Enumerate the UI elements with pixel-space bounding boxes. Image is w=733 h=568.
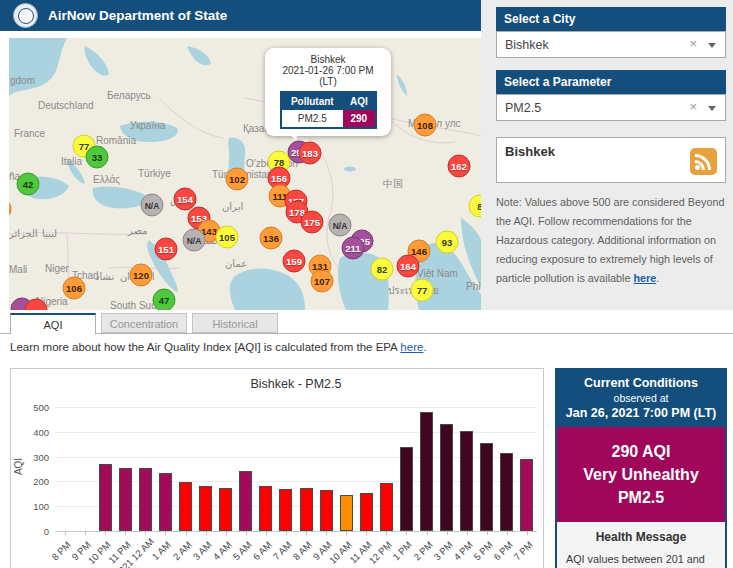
select-parameter-header: Select a Parameter (496, 70, 726, 94)
x-tick-mark (165, 531, 166, 535)
x-tick-mark (406, 531, 407, 535)
aqi-marker[interactable]: 82 (371, 258, 394, 281)
x-tick-mark (266, 531, 267, 535)
parameter-select-value: PM2.5 (505, 101, 541, 115)
aqi-marker[interactable]: 107 (311, 270, 334, 293)
select-city-header: Select a City (496, 7, 726, 31)
rss-icon[interactable] (690, 148, 717, 175)
aqi-marker[interactable]: 120 (130, 264, 153, 287)
y-tick-label: 400 (23, 427, 49, 438)
aqi-marker[interactable]: 106 (63, 277, 86, 300)
learn-more-here-link[interactable]: here (400, 341, 423, 353)
aqi-marker[interactable]: 108 (414, 114, 437, 137)
aqi-marker[interactable]: N/A (329, 214, 352, 237)
cc-health-block: Health Message AQI values between 201 an… (557, 522, 725, 568)
tab-historical[interactable]: Historical (192, 313, 278, 333)
aqi-marker[interactable]: 151 (155, 238, 178, 261)
map-country-label: Philip (466, 281, 481, 292)
aqi-marker[interactable]: 211 (342, 237, 365, 260)
tab-aqi[interactable]: AQI (10, 313, 96, 335)
parameter-select[interactable]: PM2.5 × (496, 94, 726, 121)
aqi-marker[interactable]: 33 (86, 146, 109, 169)
aqi-marker[interactable]: 136 (260, 227, 283, 250)
chart-bar (159, 473, 172, 531)
map-country-label: Беларусь (107, 90, 151, 101)
note-here-link[interactable]: here (633, 272, 656, 284)
map-country-label: 中国 (383, 177, 403, 191)
tooltip-aqi-value: 290 (343, 110, 375, 128)
x-tick-mark (346, 531, 347, 535)
tab-concentration[interactable]: Concentration (101, 313, 187, 333)
x-tick-mark (306, 531, 307, 535)
aqi-marker[interactable]: 162 (448, 155, 471, 178)
map-country-label: ليبيا (42, 228, 57, 239)
cc-aqi-block: 290 AQI Very Unhealthy PM2.5 (557, 427, 725, 522)
note-text: Note: Values above 500 are considered Be… (496, 196, 725, 284)
aqi-marker[interactable]: 159 (283, 250, 306, 273)
x-tick-mark (85, 531, 86, 535)
chart-bar (380, 483, 393, 531)
chart-title: Bishkek - PM2.5 (55, 377, 537, 391)
chevron-down-icon[interactable] (708, 106, 716, 111)
cc-category: Very Unhealthy (561, 463, 721, 486)
chart-bar (500, 453, 513, 531)
x-tick-mark (427, 531, 428, 535)
tooltip-col-pollutant: Pollutant (281, 92, 344, 110)
x-tick-mark (186, 531, 187, 535)
current-conditions-card: Current Conditions observed at Jan 26, 2… (555, 368, 727, 568)
x-tick-mark (467, 531, 468, 535)
chart-bar (400, 447, 413, 531)
city-clear-icon[interactable]: × (689, 36, 697, 51)
sidebar-note: Note: Values above 500 are considered Be… (496, 193, 725, 287)
x-tick-mark (386, 531, 387, 535)
aqi-marker[interactable]: 105 (216, 226, 239, 249)
aqi-marker[interactable]: N/A (183, 229, 206, 252)
chevron-down-icon[interactable] (708, 43, 716, 48)
chart-card: Bishkek - PM2.5 AQI 01002003004005008 PM… (10, 368, 544, 568)
map-country-label: عمان (225, 258, 247, 269)
aqi-marker[interactable]: 164 (397, 255, 420, 278)
x-tick-mark (487, 531, 488, 535)
map-country-label: Việt Nam (417, 268, 458, 279)
map-country-label: مصر (128, 225, 148, 236)
x-tick-mark (286, 531, 287, 535)
aqi-marker[interactable]: 77 (411, 279, 434, 302)
x-tick-mark (226, 531, 227, 535)
aqi-marker[interactable]: 42 (17, 173, 40, 196)
parameter-clear-icon[interactable]: × (689, 99, 697, 114)
chart-bar (420, 412, 433, 531)
cc-title: Current Conditions (561, 376, 721, 390)
y-tick-label: 0 (23, 526, 49, 537)
aqi-marker[interactable]: 93 (436, 231, 459, 254)
chart-bar (360, 493, 373, 531)
y-tick-label: 200 (23, 476, 49, 487)
x-tick-mark (246, 531, 247, 535)
map-country-label: Mali (9, 264, 27, 275)
aqi-marker[interactable]: N/A (141, 194, 164, 217)
aqi-marker[interactable]: 47 (153, 289, 176, 311)
tooltip-col-aqi: AQI (343, 92, 375, 110)
x-tick-mark (507, 531, 508, 535)
chart-bar (520, 459, 533, 531)
app-header: AirNow Department of State (0, 0, 481, 31)
x-tick-mark (366, 531, 367, 535)
map-country-label: gdom (10, 75, 35, 86)
aqi-marker[interactable]: 175 (301, 211, 324, 234)
city-select[interactable]: Bishkek × (496, 31, 726, 58)
app-title: AirNow Department of State (48, 8, 227, 23)
chart-bar (259, 486, 272, 531)
map-country-label: Ελλάς (93, 174, 120, 185)
map-country-label: تشاد (95, 271, 114, 282)
map-country-label: France (14, 128, 45, 139)
learn-more-text: Learn more about how the Air Quality Ind… (10, 341, 427, 353)
map[interactable]: gdomDeutschlandFranceñaБеларусьУкраїнаRo… (9, 38, 481, 310)
chart-bar (179, 482, 192, 531)
aqi-marker[interactable]: 102 (226, 168, 249, 191)
chart-bar (320, 490, 333, 531)
gridline (55, 407, 537, 408)
cc-health-message: AQI values between 201 and 300 trigger a… (566, 550, 716, 568)
chart-bar (440, 424, 453, 531)
gridline (55, 531, 537, 532)
map-country-label: Italia (61, 156, 82, 167)
tooltip-timezone: (LT) (270, 76, 386, 87)
